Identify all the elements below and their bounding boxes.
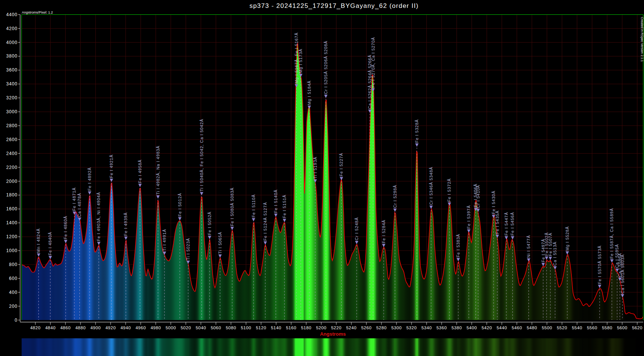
svg-text:2200: 2200	[6, 165, 18, 170]
svg-text:5300: 5300	[391, 326, 402, 330]
svg-text:5140: 5140	[271, 326, 281, 330]
svg-text:Cr I 5298Å: Cr I 5298Å	[393, 185, 397, 208]
svg-text:Ti I 4991Å: Ti I 4991Å	[162, 229, 167, 251]
svg-text:Fe I 5151Å: Fe I 5151Å	[282, 195, 287, 218]
svg-text:Fe I 5507Å: Fe I 5507Å	[548, 233, 553, 256]
svg-text:Mg I 5528Å: Mg I 5528Å	[565, 226, 570, 251]
svg-text:400: 400	[9, 290, 17, 295]
svg-text:Fe I 4892Å: Fe I 4892Å	[87, 167, 92, 191]
svg-text:2800: 2800	[6, 123, 18, 128]
svg-text:Ca I 5601Å 5603Å: Ca I 5601Å 5603Å	[620, 254, 625, 294]
svg-text:4820: 4820	[30, 326, 41, 330]
svg-text:Fe I 5447Å: Fe I 5447Å	[504, 212, 509, 236]
svg-text:3400: 3400	[6, 81, 18, 87]
svg-text:Cr I 5205Å 5206Å 5208Å: Cr I 5205Å 5206Å 5208Å	[324, 41, 328, 94]
svg-text:4880: 4880	[75, 326, 86, 330]
svg-text:Cr I 5346Å 5348Å: Cr I 5346Å 5348Å	[429, 167, 433, 205]
svg-text:5180: 5180	[301, 326, 311, 330]
svg-text:Fe I 5080Å 5083Å: Fe I 5080Å 5083Å	[230, 187, 234, 226]
svg-text:5400: 5400	[466, 326, 477, 330]
svg-text:Cr I 5410Å: Cr I 5410Å	[476, 185, 480, 208]
svg-text:200: 200	[9, 304, 17, 309]
svg-text:Mn I 4824Å: Mn I 4824Å	[36, 228, 41, 253]
svg-text:5320: 5320	[406, 326, 417, 330]
svg-text:2400: 2400	[6, 151, 18, 156]
svg-text:Fe I 5328Å: Fe I 5328Å	[415, 119, 419, 143]
svg-text:5160: 5160	[286, 326, 296, 330]
svg-text:1600: 1600	[6, 206, 18, 211]
svg-text:4840: 4840	[45, 326, 56, 330]
svg-text:4980: 4980	[150, 326, 161, 330]
svg-text:3800: 3800	[6, 53, 18, 59]
svg-text:Fe I 5570Å 5573Å: Fe I 5570Å 5573Å	[597, 245, 602, 284]
svg-text:4940: 4940	[120, 326, 131, 330]
svg-text:5000: 5000	[166, 326, 176, 330]
svg-text:5620: 5620	[632, 326, 642, 330]
svg-text:Fe I 5110Å: Fe I 5110Å	[251, 194, 256, 218]
svg-text:5280: 5280	[376, 326, 387, 330]
svg-text:Mg I 5167Å, Fe I 5167Å: Mg I 5167Å, Fe I 5167Å	[294, 32, 299, 84]
svg-text:Fe I 5284Å: Fe I 5284Å	[381, 220, 386, 243]
svg-text:4900: 4900	[90, 326, 101, 330]
svg-text:3200: 3200	[6, 95, 18, 100]
svg-text:5020: 5020	[181, 326, 191, 330]
svg-text:5060: 5060	[211, 326, 221, 330]
svg-text:Fe I 5227Å: Fe I 5227Å	[339, 153, 343, 176]
svg-text:Ti I 5193Å: Ti I 5193Å	[313, 157, 317, 179]
svg-text:5580: 5580	[602, 326, 612, 330]
svg-text:5360: 5360	[436, 326, 447, 330]
svg-text:Ca I 4878Å: Ca I 4878Å	[77, 193, 82, 217]
svg-text:5420: 5420	[481, 326, 492, 330]
svg-text:sp373 - 20241225_172917_BYGaya: sp373 - 20241225_172917_BYGayany_62 (ord…	[249, 2, 419, 9]
svg-text:1200: 1200	[6, 234, 18, 239]
svg-text:Ti I 5040Å, Fe I 5042, Ca I 50: Ti I 5040Å, Fe I 5042, Ca I 5042Å	[199, 119, 204, 192]
svg-text:3000: 3000	[6, 109, 18, 114]
svg-text:5200: 5200	[316, 326, 327, 330]
svg-text:Ti I 5065Å: Ti I 5065Å	[218, 232, 222, 254]
svg-text:5480: 5480	[527, 326, 537, 330]
svg-text:Angstroms/Pixel: 1.2: Angstroms/Pixel: 1.2	[22, 11, 53, 14]
svg-text:Fe I 5456Å: Fe I 5456Å	[510, 212, 515, 236]
svg-text:0: 0	[15, 318, 17, 323]
svg-text:Fe I 4921Å: Fe I 4921Å	[109, 154, 114, 178]
svg-text:5500: 5500	[542, 326, 552, 330]
svg-text:3600: 3600	[6, 67, 18, 73]
svg-text:2000: 2000	[6, 179, 18, 184]
svg-text:Fe I 5012Å: Fe I 5012Å	[178, 193, 182, 217]
svg-text:4960: 4960	[135, 326, 146, 330]
svg-text:5260: 5260	[361, 326, 372, 330]
svg-text:4860: 4860	[60, 326, 71, 330]
svg-text:Fe I 5140Å: Fe I 5140Å	[273, 189, 278, 213]
svg-text:5120: 5120	[256, 326, 266, 330]
svg-text:Fe I 5383Å: Fe I 5383Å	[456, 234, 460, 257]
svg-text:Fe I 4860Å: Fe I 4860Å	[63, 216, 68, 239]
svg-text:600: 600	[9, 276, 17, 281]
svg-text:4920: 4920	[105, 326, 116, 330]
svg-text:1000: 1000	[6, 248, 18, 253]
svg-text:Ti I 5023Å: Ti I 5023Å	[186, 238, 190, 260]
svg-text:5340: 5340	[421, 326, 432, 330]
svg-text:Fe I 5397Å: Fe I 5397Å	[466, 205, 471, 229]
svg-text:Fe I 4958Å: Fe I 4958Å	[138, 160, 142, 183]
svg-text:Angstroms: Angstroms	[320, 331, 346, 337]
svg-text:5440: 5440	[497, 326, 507, 330]
svg-text:5040: 5040	[196, 326, 206, 330]
svg-text:Fe I 5372Å: Fe I 5372Å	[447, 178, 451, 202]
svg-text:Mg I 5173Å: Mg I 5173Å	[298, 49, 303, 73]
svg-text:Fe I 4939Å: Fe I 4939Å	[123, 212, 128, 236]
svg-text:Fe I 5587Å, Ca I 5589Å: Fe I 5587Å, Ca I 5589Å	[609, 208, 614, 259]
svg-text:4000: 4000	[6, 40, 18, 45]
svg-text:5080: 5080	[226, 326, 236, 330]
svg-text:1400: 1400	[6, 220, 18, 225]
svg-text:4200: 4200	[6, 26, 18, 31]
svg-text:5240: 5240	[346, 326, 357, 330]
svg-text:Fe I 5052Å: Fe I 5052Å	[207, 211, 212, 235]
svg-text:Fe I 4871Å: Fe I 4871Å	[72, 187, 76, 211]
svg-text:1800: 1800	[6, 192, 18, 198]
svg-text:5600: 5600	[617, 326, 627, 330]
svg-text:Ca I 5513Å: Ca I 5513Å	[553, 242, 557, 266]
svg-text:Fe I 5124Å 5127Å: Fe I 5124Å 5127Å	[263, 202, 267, 241]
svg-text:5460: 5460	[512, 326, 522, 330]
svg-text:800: 800	[9, 262, 17, 267]
svg-text:5560: 5560	[587, 326, 597, 330]
